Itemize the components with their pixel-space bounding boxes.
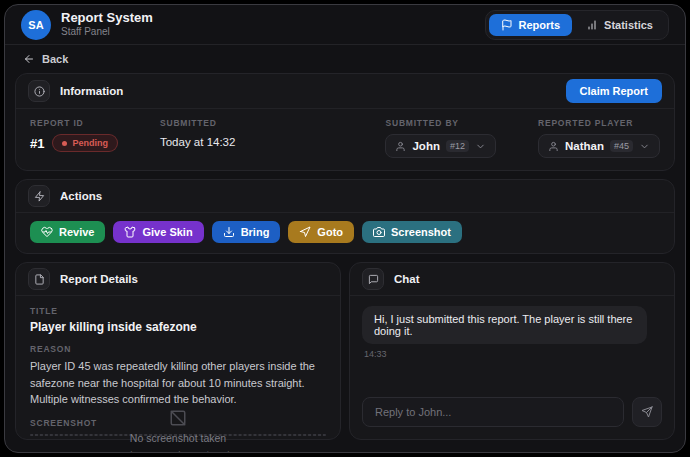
app-subtitle: Staff Panel	[61, 26, 153, 38]
chat-title: Chat	[394, 273, 420, 285]
submitted-label: SUBMITTED	[160, 118, 235, 128]
report-details-header: Report Details	[16, 263, 340, 296]
submitted-by-id: #12	[446, 140, 469, 152]
bar-chart-icon	[586, 19, 598, 31]
information-body: REPORT ID #1 Pending SUBMITTED Today at …	[16, 109, 674, 170]
screenshot-empty-hint: Use the Screenshot action above	[108, 449, 248, 453]
reported-player-field: REPORTED PLAYER Nathan #45	[538, 118, 660, 158]
image-off-icon	[169, 409, 187, 427]
action-button-give-skin[interactable]: Give Skin	[113, 221, 203, 243]
status-dot-icon	[62, 141, 67, 146]
download-icon	[223, 226, 235, 238]
message-square-icon	[362, 268, 384, 290]
submitted-value: Today at 14:32	[160, 134, 235, 148]
flag-icon	[501, 19, 513, 31]
chat-message-time: 14:33	[364, 349, 387, 359]
app-title: Report System	[61, 11, 153, 26]
nav-statistics-button[interactable]: Statistics	[574, 14, 665, 36]
reported-player-id: #45	[610, 140, 633, 152]
screenshot-empty-title: No screenshot taken	[130, 432, 226, 444]
action-label: Give Skin	[142, 226, 192, 238]
submitted-field: SUBMITTED Today at 14:32	[160, 118, 235, 148]
user-icon	[395, 141, 406, 152]
camera-icon	[373, 226, 385, 238]
chat-messages: Hi, I just submitted this report. The pl…	[350, 296, 674, 387]
information-card: Information Claim Report REPORT ID #1 Pe…	[15, 73, 675, 171]
app-window: SA Report System Staff Panel Reports Sta…	[4, 4, 686, 453]
report-id-label: REPORT ID	[30, 118, 118, 128]
chat-input-row	[350, 387, 674, 439]
action-button-screenshot[interactable]: Screenshot	[362, 221, 462, 243]
actions-title: Actions	[60, 190, 102, 202]
file-text-icon	[28, 268, 50, 290]
report-id-field: REPORT ID #1 Pending	[30, 118, 118, 152]
screenshot-placeholder: No screenshot taken Use the Screenshot a…	[30, 434, 326, 436]
main-content: Information Claim Report REPORT ID #1 Pe…	[5, 69, 685, 452]
submitted-by-field: SUBMITTED BY John #12	[385, 118, 496, 158]
information-header: Information Claim Report	[16, 74, 674, 109]
report-details-card: Report Details TITLE Player killing insi…	[15, 262, 341, 440]
chat-card: Chat Hi, I just submitted this report. T…	[349, 262, 675, 440]
header-nav: Reports Statistics	[485, 10, 669, 40]
user-icon	[548, 141, 559, 152]
action-button-revive[interactable]: Revive	[30, 221, 105, 243]
reply-input[interactable]	[362, 397, 624, 427]
action-label: Goto	[317, 226, 343, 238]
heart-pulse-icon	[41, 226, 53, 238]
submitted-by-label: SUBMITTED BY	[385, 118, 496, 128]
back-button[interactable]: Back	[5, 45, 685, 69]
status-label: Pending	[72, 138, 108, 148]
actions-header: Actions	[16, 180, 674, 213]
action-label: Screenshot	[391, 226, 451, 238]
bottom-grid: Report Details TITLE Player killing insi…	[15, 262, 675, 440]
chat-message-bubble: Hi, I just submitted this report. The pl…	[362, 306, 647, 344]
avatar: SA	[21, 10, 51, 40]
info-icon	[28, 80, 50, 102]
actions-card: Actions Revive Give Skin	[15, 179, 675, 254]
action-button-bring[interactable]: Bring	[212, 221, 281, 243]
submitted-by-name: John	[412, 140, 439, 152]
reported-player-name: Nathan	[565, 140, 604, 152]
reported-player-label: REPORTED PLAYER	[538, 118, 660, 128]
app-header: SA Report System Staff Panel Reports Sta…	[5, 5, 685, 45]
header-titles: Report System Staff Panel	[61, 11, 153, 38]
chevron-down-icon	[639, 141, 650, 152]
arrow-left-icon	[23, 53, 35, 65]
report-reason: Player ID 45 was repeatedly killing othe…	[30, 358, 326, 408]
navigation-icon	[299, 226, 311, 238]
chevron-down-icon	[475, 141, 486, 152]
send-icon	[641, 406, 653, 418]
report-details-title: Report Details	[60, 273, 138, 285]
action-button-goto[interactable]: Goto	[288, 221, 354, 243]
zap-icon	[28, 185, 50, 207]
report-title: Player killing inside safezone	[30, 320, 326, 334]
nav-statistics-label: Statistics	[604, 19, 653, 31]
claim-report-button[interactable]: Claim Report	[566, 79, 662, 103]
submitted-by-select[interactable]: John #12	[385, 134, 496, 158]
action-label: Revive	[59, 226, 94, 238]
chat-header: Chat	[350, 263, 674, 296]
send-button[interactable]	[632, 397, 662, 427]
action-label: Bring	[241, 226, 270, 238]
shirt-icon	[124, 226, 136, 238]
actions-bar: Revive Give Skin Bring	[16, 213, 674, 253]
report-id-value: #1	[30, 136, 44, 151]
reason-label: REASON	[30, 344, 326, 354]
nav-reports-label: Reports	[519, 19, 561, 31]
reported-player-select[interactable]: Nathan #45	[538, 134, 660, 158]
information-title: Information	[60, 85, 123, 97]
nav-reports-button[interactable]: Reports	[489, 14, 573, 36]
status-badge: Pending	[52, 134, 118, 152]
back-label: Back	[42, 53, 68, 65]
report-details-body: TITLE Player killing inside safezone REA…	[16, 296, 340, 439]
title-label: TITLE	[30, 306, 326, 316]
